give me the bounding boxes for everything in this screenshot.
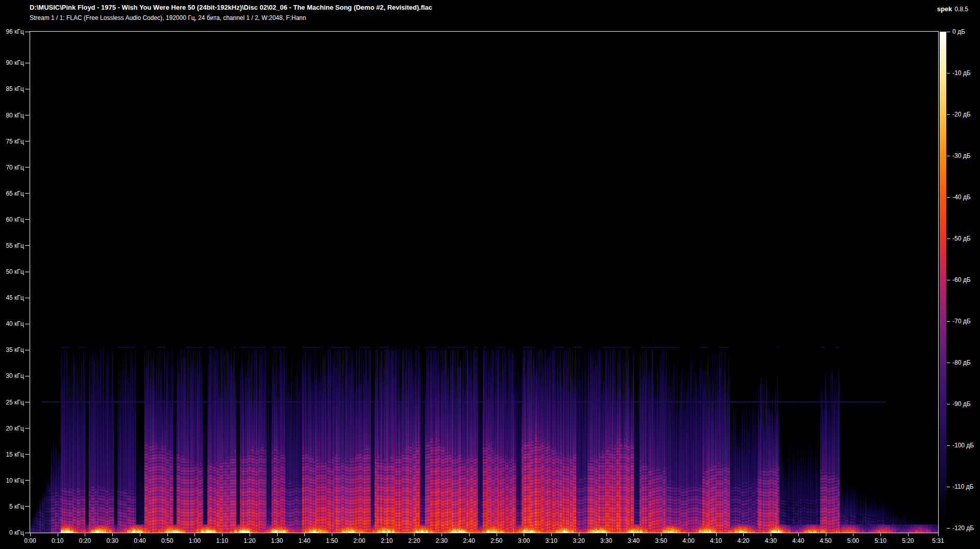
time-tick: [222, 533, 223, 536]
freq-tick-label: 45 кГц: [0, 294, 24, 301]
freq-tick: [25, 219, 30, 220]
time-tick: [524, 533, 524, 536]
time-tick-label: 3:20: [565, 537, 593, 544]
db-tick: [947, 404, 950, 404]
time-tick: [304, 533, 305, 536]
file-path-title: D:\MUSIC\Pink Floyd - 1975 - Wish You We…: [30, 4, 432, 11]
db-tick-label: -10 дБ: [952, 69, 971, 77]
freq-tick: [25, 115, 30, 115]
time-tick-label: 4:10: [702, 537, 730, 544]
time-tick: [689, 533, 689, 536]
time-tick-label: 0:10: [43, 537, 72, 544]
freq-tick-label: 80 кГц: [0, 112, 24, 119]
time-tick-label: 2:40: [455, 537, 483, 544]
time-tick: [359, 533, 360, 536]
db-tick-label: -30 дБ: [952, 152, 971, 159]
time-tick-label: 2:10: [373, 537, 401, 544]
db-tick-label: -90 дБ: [952, 400, 971, 408]
freq-tick-label: 30 кГц: [0, 372, 24, 379]
freq-tick: [25, 428, 30, 428]
stream-info: Stream 1 / 1: FLAC (Free Lossless Audio …: [30, 14, 306, 21]
freq-tick-label: 65 кГц: [0, 190, 24, 197]
time-tick-label: 3:40: [619, 537, 648, 544]
time-tick-label: 1:40: [290, 537, 318, 544]
db-tick-label: -60 дБ: [952, 276, 971, 283]
time-tick: [250, 533, 250, 536]
time-tick: [30, 533, 31, 536]
freq-tick: [25, 298, 30, 298]
time-tick: [853, 533, 853, 536]
db-tick: [947, 280, 950, 280]
time-tick-label: 0:20: [70, 537, 99, 544]
db-tick: [947, 363, 950, 363]
time-tick: [606, 533, 607, 536]
db-tick-label: -100 дБ: [952, 442, 974, 449]
freq-tick-label: 25 кГц: [0, 399, 24, 406]
freq-tick: [25, 533, 30, 533]
time-tick-label: 1:10: [208, 537, 236, 544]
time-tick: [497, 533, 497, 536]
time-tick-label: 3:00: [509, 537, 538, 544]
time-tick: [387, 533, 387, 536]
freq-tick: [25, 167, 30, 168]
db-tick: [947, 321, 950, 322]
time-tick: [798, 533, 799, 536]
time-tick: [332, 533, 332, 536]
freq-tick-label: 55 кГц: [0, 242, 24, 249]
time-tick: [58, 533, 58, 536]
time-tick-label: 4:50: [812, 537, 840, 544]
time-tick-label: 4:20: [729, 537, 757, 544]
time-tick-label: 1:20: [235, 537, 264, 544]
freq-tick: [25, 480, 30, 481]
time-tick: [826, 533, 826, 536]
freq-tick: [25, 63, 30, 63]
time-tick: [880, 533, 881, 536]
freq-tick-label: 70 кГц: [0, 164, 24, 171]
time-tick: [85, 533, 85, 536]
freq-tick-label: 90 кГц: [0, 59, 24, 66]
db-tick-label: 0 дБ: [952, 28, 965, 35]
time-tick-label: 0:00: [16, 537, 44, 544]
time-tick: [743, 533, 744, 536]
time-tick: [551, 533, 552, 536]
freq-tick-label: 15 кГц: [0, 451, 24, 458]
time-tick: [140, 533, 140, 536]
time-tick: [442, 533, 442, 536]
freq-tick-label: 96 кГц: [0, 28, 24, 35]
db-tick-label: -40 дБ: [952, 194, 971, 201]
freq-tick: [25, 402, 30, 402]
time-tick-label: 2:50: [482, 537, 511, 544]
time-tick: [938, 533, 939, 536]
db-tick-label: -80 дБ: [952, 359, 971, 366]
db-colorbar: [940, 32, 946, 533]
time-tick: [167, 533, 168, 536]
db-tick: [947, 114, 950, 115]
freq-tick: [25, 506, 30, 507]
spectrogram: [30, 32, 938, 533]
freq-tick-label: 10 кГц: [0, 477, 24, 484]
freq-tick-label: 5 кГц: [0, 503, 24, 510]
freq-tick-label: 85 кГц: [0, 85, 24, 92]
app-brand: spek0.8.5: [937, 4, 968, 13]
app-name-label: spek: [937, 5, 952, 13]
time-tick: [771, 533, 771, 536]
time-tick-label: 0:30: [98, 537, 127, 544]
time-tick: [579, 533, 579, 536]
db-tick-label: -120 дБ: [952, 524, 974, 532]
freq-tick-label: 75 кГц: [0, 138, 24, 145]
db-tick-label: -20 дБ: [952, 111, 971, 118]
freq-tick: [25, 350, 30, 350]
time-tick-label: 5:20: [894, 537, 922, 544]
freq-tick: [25, 324, 30, 324]
freq-tick: [25, 193, 30, 194]
freq-tick-label: 35 кГц: [0, 346, 24, 353]
time-tick: [112, 533, 113, 536]
db-tick: [947, 445, 950, 446]
freq-tick-label: 40 кГц: [0, 320, 24, 327]
time-tick: [633, 533, 634, 536]
time-tick-label: 0:40: [126, 537, 154, 544]
time-tick: [661, 533, 662, 536]
time-tick-label: 5:00: [839, 537, 867, 544]
time-tick-label: 0:50: [153, 537, 182, 544]
time-tick-label: 3:50: [647, 537, 675, 544]
